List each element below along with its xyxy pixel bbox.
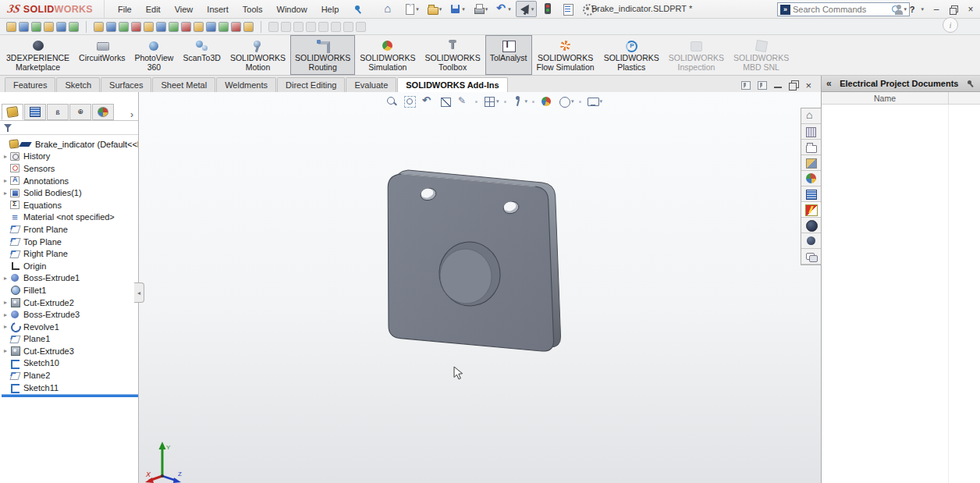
addin-button[interactable]: SOLIDWORKS Toolbox (420, 35, 485, 75)
addin-button[interactable]: SOLIDWORKS Motion (225, 35, 290, 75)
tree-item[interactable]: Sketch10 (2, 357, 138, 370)
manager-tab[interactable]: ß (47, 104, 69, 120)
doc-close-button[interactable]: × (805, 81, 811, 90)
help-dropdown-caret[interactable]: ▾ (921, 6, 924, 12)
doc-restore-button[interactable] (789, 80, 798, 90)
pane-split-icon[interactable] (741, 81, 751, 90)
addin-button[interactable]: ScanTo3D (178, 35, 225, 75)
panel-splitter-handle[interactable]: ◂ (134, 282, 144, 303)
task-pane-tab[interactable] (801, 171, 821, 186)
quick-access-button[interactable] (538, 1, 557, 17)
task-pane-tab[interactable] (801, 186, 821, 202)
graphics-viewport[interactable]: ▾ ▾ ▾ (139, 92, 821, 483)
rollback-bar[interactable] (2, 395, 138, 397)
tree-item[interactable]: Sensors (2, 162, 138, 175)
expand-arrow-icon[interactable]: ▸ (2, 347, 9, 354)
tree-item[interactable]: ▸ Boss-Extrude3 (2, 308, 138, 321)
addin-button[interactable]: PhotoView 360 (130, 35, 178, 75)
task-pane-tab[interactable] (801, 155, 821, 171)
tree-item[interactable]: Top Plane (2, 236, 138, 248)
tree-item[interactable]: ▸ Boss-Extrude1 (2, 272, 138, 285)
addin-button[interactable]: 3DEXPERIENCE Marketplace (2, 35, 74, 75)
search-scope-icon[interactable]: » (780, 5, 790, 15)
tool-icon[interactable] (69, 22, 79, 32)
tool-icon[interactable] (144, 22, 154, 32)
commandmanager-tab[interactable]: SOLIDWORKS Add-Ins (397, 77, 507, 92)
dropdown-caret[interactable]: ▾ (416, 6, 419, 12)
commandmanager-tab[interactable]: Evaluate (346, 77, 396, 92)
expand-arrow-icon[interactable]: ▸ (2, 311, 9, 318)
tree-filter-row[interactable] (0, 121, 138, 135)
task-pane-tab[interactable] (801, 140, 821, 155)
tool-icon[interactable] (206, 22, 216, 32)
commandmanager-tab[interactable]: Weldments (216, 77, 276, 92)
addin-button[interactable]: SOLIDWORKS Plastics (599, 35, 664, 75)
manager-tab[interactable] (2, 104, 23, 120)
commandmanager-tab[interactable]: Sheet Metal (152, 77, 215, 92)
addin-button[interactable]: TolAnalyst (485, 35, 532, 75)
addin-button[interactable]: SOLIDWORKS Simulation (355, 35, 420, 75)
pane-split-icon-2[interactable] (758, 81, 767, 90)
tool-icon[interactable] (6, 22, 16, 32)
quick-access-button[interactable]: ▾ (492, 1, 514, 17)
quick-access-button[interactable]: ▾ (446, 1, 468, 17)
manager-tab[interactable] (92, 104, 114, 120)
restore-button[interactable] (949, 5, 958, 14)
addin-button[interactable]: SOLIDWORKS Inspection (664, 35, 729, 75)
commandmanager-tab[interactable]: Surfaces (101, 77, 151, 92)
tool-icon[interactable] (231, 22, 241, 32)
tool-icon[interactable] (156, 22, 166, 32)
task-pane-tab[interactable] (801, 108, 821, 124)
tool-icon[interactable] (131, 22, 141, 32)
expand-arrow-icon[interactable]: ▸ (2, 190, 9, 197)
column-divider[interactable] (948, 92, 949, 105)
tree-item[interactable]: Plane2 (2, 369, 138, 382)
close-button[interactable]: × (964, 4, 977, 15)
menu-item[interactable]: Tools (236, 2, 270, 16)
tree-item[interactable]: Front Plane (2, 223, 138, 236)
minimize-button[interactable]: – (930, 4, 943, 15)
tool-icon[interactable] (94, 22, 104, 32)
task-pane-tab[interactable] (801, 218, 821, 233)
addin-button[interactable]: SOLIDWORKS MBD SNL (729, 35, 794, 75)
task-pane-tab[interactable] (801, 202, 821, 218)
collapse-panel-button[interactable]: « (826, 78, 832, 89)
task-pane-tab[interactable] (801, 124, 821, 140)
tree-item[interactable]: Fillet1 (2, 284, 138, 297)
quick-access-button[interactable]: ▾ (424, 1, 446, 17)
dropdown-caret[interactable]: ▾ (508, 6, 511, 12)
tool-icon[interactable] (181, 22, 191, 32)
menu-item[interactable]: Help (314, 2, 346, 16)
dropdown-caret[interactable]: ▾ (485, 6, 488, 12)
tree-item[interactable]: Material <not specified> (2, 211, 138, 224)
addin-button[interactable]: CircuitWorks (74, 35, 130, 75)
addin-button[interactable]: SOLIDWORKS Routing (290, 35, 355, 75)
tree-item[interactable]: ▸ Annotations (2, 175, 138, 187)
documents-column-header[interactable]: Name (822, 92, 980, 105)
tree-item[interactable]: ▸ Cut-Extrude2 (2, 297, 138, 309)
addin-button[interactable]: SOLIDWORKS Flow Simulation (532, 35, 599, 75)
expand-arrow-icon[interactable]: ▸ (2, 275, 9, 282)
task-pane-tab[interactable] (801, 233, 821, 249)
menu-item[interactable]: Window (270, 2, 314, 16)
tool-icon[interactable] (194, 22, 204, 32)
commandmanager-tab[interactable]: Sketch (56, 77, 100, 92)
tree-item[interactable]: Plane1 (2, 333, 138, 346)
tool-icon[interactable] (19, 22, 29, 32)
tool-icon[interactable] (218, 22, 229, 32)
menu-item[interactable]: Insert (200, 2, 236, 16)
dropdown-caret[interactable]: ▾ (439, 6, 442, 12)
expand-arrow-icon[interactable]: ▸ (2, 177, 9, 184)
dropdown-caret[interactable]: ▾ (462, 6, 465, 12)
tree-root-item[interactable]: Brake_indicator (Default<<Defau (2, 138, 138, 151)
quick-access-button[interactable]: ▾ (516, 1, 538, 17)
pin-panel-icon[interactable] (967, 80, 975, 88)
tree-item[interactable]: ▸ Cut-Extrude3 (2, 345, 138, 357)
tree-item[interactable]: ▸ History (2, 151, 138, 163)
menu-item[interactable]: File (111, 2, 139, 16)
manager-tab[interactable]: ⊕ (69, 104, 91, 120)
manager-tab[interactable] (24, 104, 46, 120)
tool-icon[interactable] (119, 22, 129, 32)
brake-indicator-part[interactable] (388, 170, 560, 351)
commandmanager-tab[interactable]: Features (5, 77, 55, 92)
